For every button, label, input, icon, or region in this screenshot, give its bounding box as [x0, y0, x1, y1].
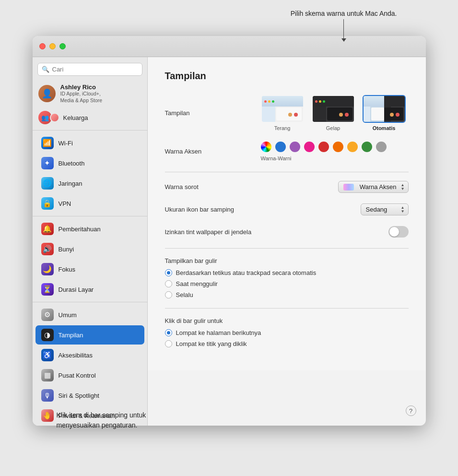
scroll-click-section-label: Klik di bar gulir untuk — [165, 317, 409, 324]
sidebar-icon-size-value: Sedang — [366, 206, 388, 213]
scrollbar-radio-inner-auto — [167, 271, 170, 274]
accent-swatch-multicolor[interactable] — [261, 142, 271, 152]
accent-sublabel: Warna-Warni — [261, 155, 387, 161]
sidebar-item-label-notification: Pemberitahuan — [59, 226, 101, 233]
thumb-dark-sidebar — [313, 107, 326, 122]
sound-icon: 🔊 — [41, 243, 54, 255]
general-icon: ⚙ — [41, 309, 54, 321]
accent-swatch-yellow[interactable] — [347, 142, 358, 152]
appearance-thumb-dark[interactable]: Gelap — [312, 95, 355, 131]
search-input[interactable] — [52, 66, 138, 73]
search-box[interactable]: 🔍 — [37, 63, 142, 76]
sidebar-item-screen-time[interactable]: ⏳ Durasi Layar — [35, 280, 144, 299]
sidebar-item-vpn[interactable]: 🔒 VPN — [35, 194, 144, 213]
accent-row: Warna Aksen — [165, 142, 409, 161]
appearance-options: Terang — [261, 95, 406, 131]
thumb-dot-close — [264, 100, 267, 103]
tooltip-bottom: Klik item di bar samping untuk menyesuai… — [57, 410, 146, 430]
family-item[interactable]: 👥 Keluarga — [33, 107, 147, 128]
tooltip-bottom-line1: Klik item di bar samping untuk — [57, 411, 146, 419]
user-name: Ashley Rico — [60, 83, 103, 91]
scrollbar-section-label: Tampilkan bar gulir — [165, 257, 409, 264]
thumb-auto-image — [363, 95, 406, 123]
siri-icon: 🎙 — [41, 389, 54, 402]
main-title: Tampilan — [165, 71, 409, 82]
scroll-click-radio-next — [165, 329, 172, 336]
screen-time-icon: ⏳ — [41, 283, 54, 296]
thumb-dark-bg — [313, 96, 354, 122]
divider-2 — [165, 248, 409, 249]
sidebar-item-bluetooth[interactable]: ✦ Bluetooth — [35, 154, 144, 173]
sidebar-item-accessibility[interactable]: ♿ Aksesibilitas — [35, 345, 144, 365]
highlight-dropdown[interactable]: Warna Aksen ▲ ▼ — [338, 181, 409, 193]
highlight-value: Warna Aksen — [360, 183, 397, 190]
main-area: Tampilan Tampilan — [148, 57, 426, 426]
notification-icon: 🔔 — [41, 223, 54, 235]
thumb-auto-label: Otomatis — [373, 125, 396, 131]
thumb-light-sidebar — [262, 107, 275, 122]
user-sub: ID Apple, iCloud+,Media & App Store — [60, 91, 103, 104]
divider-1 — [165, 172, 409, 172]
sidebar-item-network[interactable]: 🌐 Jaringan — [35, 174, 144, 193]
scroll-click-label-point: Lompat ke titik yang diklik — [176, 340, 247, 347]
maximize-button[interactable] — [59, 43, 66, 49]
accent-colors: Warna-Warni — [261, 142, 387, 161]
sidebar-item-control-center[interactable]: ▦ Pusat Kontrol — [35, 366, 144, 385]
user-item[interactable]: 👤 Ashley Rico ID Apple, iCloud+,Media & … — [33, 80, 147, 107]
scrollbar-radio-group: Berdasarkan tetikus atau trackpad secara… — [165, 269, 409, 298]
thumb-auto-bg — [364, 96, 405, 122]
close-button[interactable] — [39, 43, 46, 49]
thumb-dark-dot-min — [319, 100, 321, 103]
scrollbar-option-auto[interactable]: Berdasarkan tetikus atau trackpad secara… — [165, 269, 409, 276]
thumb-light-dot-red — [294, 113, 298, 117]
appearance-thumb-auto[interactable]: Otomatis — [363, 95, 406, 131]
help-button[interactable]: ? — [406, 405, 416, 416]
accent-swatch-graphite[interactable] — [376, 142, 387, 152]
network-icon: 🌐 — [41, 177, 54, 190]
sidebar-item-label-vpn: VPN — [59, 200, 71, 207]
accent-swatch-green[interactable] — [362, 142, 372, 152]
sidebar-item-label-wifi: Wi-Fi — [59, 140, 73, 147]
scrollbar-label-always: Selalu — [176, 291, 193, 298]
avatar: 👤 — [38, 85, 56, 102]
sidebar-item-label-accessibility: Aksesibilitas — [59, 352, 93, 359]
scroll-click-option-next[interactable]: Lompat ke halaman berikutnya — [165, 329, 409, 336]
toggle-knob — [389, 227, 399, 237]
sidebar-item-appearance[interactable]: ◑ Tampilan — [35, 325, 144, 345]
scrollbar-label-scrolling: Saat menggulir — [176, 280, 218, 287]
sidebar-item-label-focus: Fokus — [59, 266, 75, 273]
sidebar-item-label-bluetooth: Bluetooth — [59, 160, 85, 167]
sidebar-item-general[interactable]: ⚙ Umum — [35, 305, 144, 324]
thumb-auto-bar-r — [384, 96, 405, 107]
minimize-button[interactable] — [49, 43, 56, 49]
sidebar-item-label-siri: Siri & Spotlight — [59, 392, 99, 399]
scrollbar-option-always[interactable]: Selalu — [165, 291, 409, 298]
accent-swatch-purple[interactable] — [290, 142, 300, 152]
highlight-row: Warna sorot Warna Aksen ▲ ▼ — [165, 181, 409, 193]
scrollbar-option-scrolling[interactable]: Saat menggulir — [165, 280, 409, 287]
accent-swatch-blue[interactable] — [275, 142, 286, 152]
scrollbar-radio-always — [165, 291, 172, 298]
wallpaper-tint-toggle-wrap — [261, 226, 409, 238]
wallpaper-tint-toggle[interactable] — [388, 226, 409, 238]
thumb-dark-dot-close — [315, 100, 317, 103]
thumb-auto-dot-orange — [390, 113, 394, 117]
scrollbar-section: Tampilkan bar gulir Berdasarkan tetikus … — [165, 257, 409, 298]
accent-swatches — [261, 142, 387, 152]
sidebar-item-wifi[interactable]: 📶 Wi-Fi — [35, 133, 144, 153]
accent-swatch-red[interactable] — [318, 142, 329, 152]
appearance-thumb-light[interactable]: Terang — [261, 95, 304, 131]
accent-swatch-pink[interactable] — [304, 142, 315, 152]
appearance-icon: ◑ — [41, 329, 54, 341]
highlight-row-label: Warna sorot — [165, 183, 261, 190]
scroll-click-option-point[interactable]: Lompat ke titik yang diklik — [165, 340, 409, 347]
sidebar-divider-1 — [33, 130, 147, 131]
sidebar-item-notification[interactable]: 🔔 Pemberitahuan — [35, 219, 144, 238]
sidebar-item-sound[interactable]: 🔊 Bunyi — [35, 239, 144, 259]
thumb-auto-content-l — [371, 107, 384, 120]
sidebar-icon-size-dropdown[interactable]: Sedang ▲ ▼ — [361, 203, 409, 215]
accent-swatch-orange[interactable] — [333, 142, 343, 152]
sidebar-item-focus[interactable]: 🌙 Fokus — [35, 260, 144, 279]
sidebar-item-siri[interactable]: 🎙 Siri & Spotlight — [35, 386, 144, 405]
divider-3 — [165, 308, 409, 309]
